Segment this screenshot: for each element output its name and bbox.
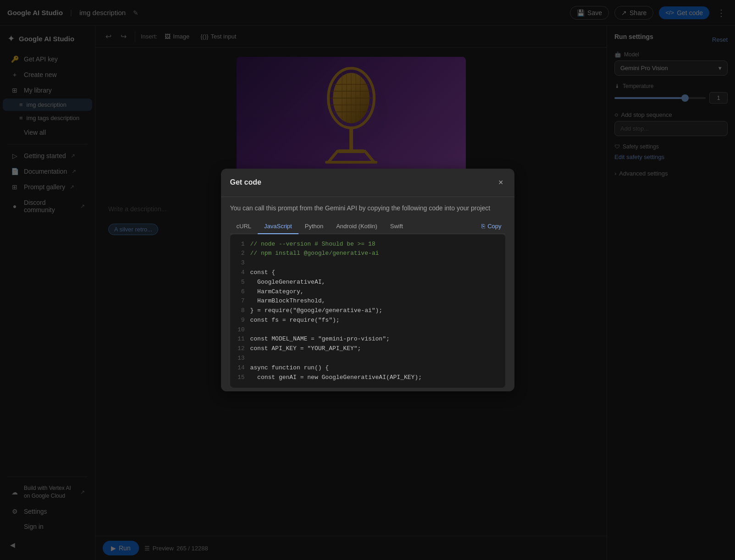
code-line-5: 5 GoogleGenerativeAI, xyxy=(236,278,500,287)
tab-android-kotlin[interactable]: Android (Kotlin) xyxy=(330,219,384,234)
copy-icon: ⎘ xyxy=(481,223,485,230)
code-line-15: 15 const genAI = new GoogleGenerativeAI(… xyxy=(236,373,500,383)
code-line-10: 10 xyxy=(236,325,500,335)
modal-tabs: cURL JavaScript Python Android (Kotlin) … xyxy=(230,219,505,234)
modal-description: You can call this prompt from the Gemini… xyxy=(230,204,505,212)
modal-body: You can call this prompt from the Gemini… xyxy=(221,197,514,392)
code-line-3: 3 xyxy=(236,258,500,268)
tab-curl[interactable]: cURL xyxy=(230,219,258,234)
code-line-12: 12 const API_KEY = "YOUR_API_KEY"; xyxy=(236,344,500,354)
modal-header: Get code × xyxy=(221,169,514,197)
tab-python[interactable]: Python xyxy=(298,219,330,234)
code-line-9: 9 const fs = require("fs"); xyxy=(236,316,500,325)
code-line-1: 1 // node --version # Should be >= 18 xyxy=(236,240,500,249)
code-line-6: 6 HarmCategory, xyxy=(236,287,500,297)
copy-code-button[interactable]: ⎘ Copy xyxy=(478,221,505,231)
code-line-4: 4 const { xyxy=(236,268,500,278)
code-line-7: 7 HarmBlockThreshold, xyxy=(236,296,500,306)
code-line-11: 11 const MODEL_NAME = "gemini-pro-vision… xyxy=(236,335,500,344)
code-line-2: 2 // npm install @google/generative-ai xyxy=(236,249,500,258)
modal-close-button[interactable]: × xyxy=(497,176,505,189)
modal-title: Get code xyxy=(230,178,497,187)
get-code-modal: Get code × You can call this prompt from… xyxy=(221,169,514,392)
code-block: 1 // node --version # Should be >= 18 2 … xyxy=(230,234,505,388)
modal-overlay[interactable]: Get code × You can call this prompt from… xyxy=(0,0,735,560)
code-line-13: 13 xyxy=(236,354,500,363)
tab-javascript[interactable]: JavaScript xyxy=(258,219,298,234)
code-line-8: 8 } = require("@google/generative-ai"); xyxy=(236,306,500,316)
code-line-14: 14 async function run() { xyxy=(236,363,500,373)
tab-swift[interactable]: Swift xyxy=(384,219,409,234)
